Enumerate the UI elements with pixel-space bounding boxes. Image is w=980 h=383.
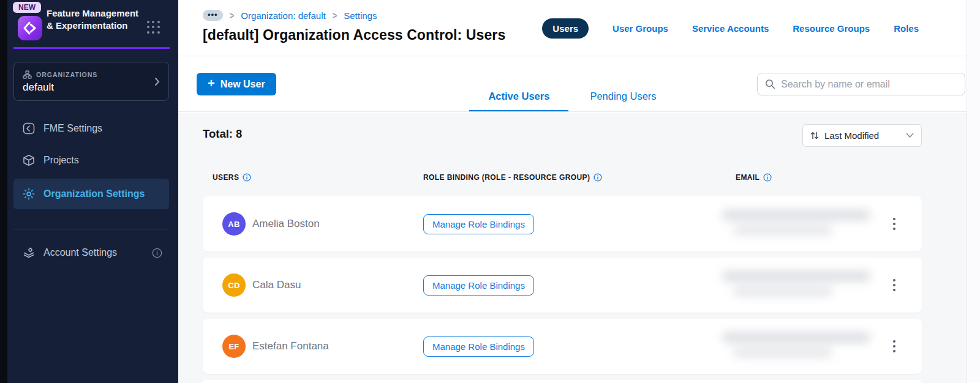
purple-accent-rule (13, 47, 170, 49)
sidebar-item-projects[interactable]: Projects (13, 147, 169, 174)
access-control-nav: Users User Groups Service Accounts Resou… (542, 0, 919, 56)
sidebar-item-label: FME Settings (43, 123, 102, 134)
sort-dropdown[interactable]: Last Modified (802, 124, 922, 147)
info-icon[interactable] (594, 173, 602, 182)
sidebar-divider (13, 229, 170, 229)
organization-value: default (23, 81, 54, 94)
org-sitemap-icon (23, 70, 32, 79)
main-area: ••• > Organization: default > Settings [… (178, 0, 967, 383)
next-row-card-partial (203, 380, 922, 383)
app-switcher-grid-icon[interactable] (147, 21, 160, 34)
email-redacted (723, 207, 876, 242)
email-redacted (723, 330, 876, 364)
nav-tab-service-accounts[interactable]: Service Accounts (692, 23, 769, 34)
app-title: Feature Management & Experimentation (47, 7, 145, 32)
users-panel: Total: 8 Last Modified USERS (178, 113, 967, 383)
manage-role-bindings-button[interactable]: Manage Role Bindings (423, 214, 534, 234)
page-title: [default] Organization Access Control: U… (203, 27, 505, 43)
sidebar-item-organization-settings[interactable]: Organization Settings (13, 179, 169, 209)
total-count: Total: 8 (203, 127, 242, 141)
toolbar: + New User Active Users Pending Users (178, 56, 967, 112)
tab-active-users[interactable]: Active Users (469, 91, 568, 111)
column-header-users: USERS (213, 173, 251, 182)
account-settings-info-icon[interactable] (152, 248, 162, 258)
nav-tab-users[interactable]: Users (542, 18, 589, 39)
avatar: EF (222, 335, 246, 358)
chevron-right-icon (154, 77, 160, 86)
page-header: ••• > Organization: default > Settings [… (178, 0, 967, 56)
avatar: CD (222, 273, 246, 297)
breadcrumb-separator: > (230, 9, 235, 21)
user-row: EF Estefan Fontana Manage Role Bindings (203, 319, 922, 374)
manage-role-bindings-button[interactable]: Manage Role Bindings (423, 275, 534, 296)
user-row: CD Cala Dasu Manage Role Bindings (203, 258, 922, 313)
info-icon[interactable] (763, 173, 772, 182)
new-badge: NEW (13, 2, 41, 13)
user-name: Estefan Fontana (252, 340, 329, 352)
fme-logo-icon (18, 16, 42, 40)
avatar: AB (222, 212, 246, 236)
plus-icon: + (208, 76, 215, 91)
search-icon (765, 79, 775, 89)
info-icon[interactable] (243, 173, 251, 182)
nav-tab-resource-groups[interactable]: Resource Groups (793, 23, 870, 34)
kebab-menu-icon[interactable] (887, 335, 902, 358)
table-header-row: USERS ROLE BINDING (ROLE - RESOURCE GROU… (203, 173, 922, 185)
scroll-gutter (967, 0, 980, 383)
sidebar-item-label: Projects (43, 155, 79, 166)
breadcrumb-link-settings[interactable]: Settings (344, 10, 377, 21)
sidebar-item-label: Organization Settings (43, 188, 145, 199)
user-rows: AB Amelia Boston Manage Role Bindings CD… (203, 196, 922, 380)
breadcrumb: ••• > Organization: default > Settings (203, 10, 377, 21)
organization-selector[interactable]: ORGANIZATIONS default (13, 62, 169, 101)
breadcrumb-ellipsis-icon[interactable]: ••• (203, 10, 223, 21)
kebab-menu-icon[interactable] (887, 212, 902, 236)
column-header-role-binding: ROLE BINDING (ROLE - RESOURCE GROUP) (423, 173, 602, 182)
email-redacted (723, 269, 876, 303)
user-tabs: Active Users Pending Users (178, 91, 967, 111)
sort-arrows-icon (810, 131, 819, 140)
breadcrumb-link-organization[interactable]: Organization: default (241, 10, 325, 21)
user-name: Cala Dasu (252, 279, 301, 291)
background-window-edge (0, 0, 7, 383)
tab-pending-users[interactable]: Pending Users (571, 91, 675, 111)
nav-tab-roles[interactable]: Roles (894, 23, 919, 34)
kebab-menu-icon[interactable] (887, 273, 902, 297)
cube-icon (22, 154, 36, 167)
manage-role-bindings-button[interactable]: Manage Role Bindings (423, 337, 534, 357)
fme-settings-icon (22, 122, 36, 135)
layers-gear-icon (22, 246, 36, 259)
user-row: AB Amelia Boston Manage Role Bindings (203, 196, 922, 251)
chevron-down-icon (906, 133, 914, 138)
column-header-email: EMAIL (736, 173, 772, 182)
sidebar: NEW Feature Management & Experimentation… (7, 0, 178, 383)
search-input[interactable] (781, 79, 957, 90)
sort-label: Last Modified (824, 130, 900, 141)
nav-tab-user-groups[interactable]: User Groups (612, 23, 668, 34)
organizations-label: ORGANIZATIONS (36, 71, 97, 78)
breadcrumb-separator: > (333, 9, 337, 21)
gear-icon (22, 187, 36, 201)
user-name: Amelia Boston (252, 218, 320, 230)
sidebar-item-label: Account Settings (43, 247, 117, 258)
sidebar-item-fme-settings[interactable]: FME Settings (13, 115, 169, 142)
sidebar-item-account-settings[interactable]: Account Settings (13, 239, 169, 266)
